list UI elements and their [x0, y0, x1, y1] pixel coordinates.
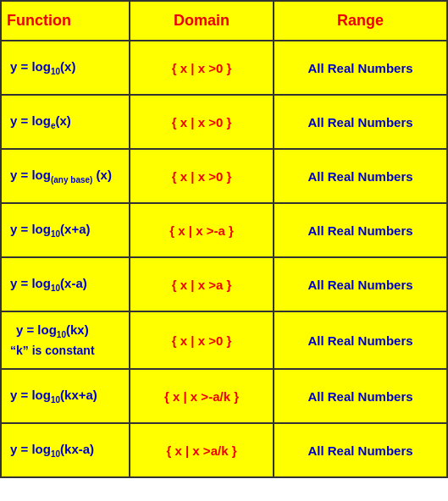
- domain-cell: { x | x >a/k }: [130, 424, 274, 476]
- range-value: All Real Numbers: [307, 389, 412, 404]
- function-cell: y = loge(x): [2, 96, 130, 148]
- domain-value: { x | x >0 }: [172, 169, 232, 184]
- function-value: y = log10(kx-a): [10, 440, 94, 460]
- domain-cell: { x | x >-a }: [130, 204, 274, 256]
- table-row: y = log10(kx-a){ x | x >a/k }All Real Nu…: [2, 424, 446, 476]
- range-value: All Real Numbers: [307, 223, 412, 238]
- table-row: y = log10(kx+a){ x | x >-a/k }All Real N…: [2, 370, 446, 424]
- function-cell: y = log10(x): [2, 41, 130, 94]
- header-domain: Domain: [130, 2, 274, 40]
- function-value: y = log10(kx+a): [10, 386, 97, 406]
- function-value: y = log10(x+a): [10, 220, 91, 240]
- domain-value: { x | x >0 }: [172, 333, 232, 348]
- table-row: y = log10(x+a){ x | x >-a }All Real Numb…: [2, 204, 446, 258]
- function-value: y = log10(kx)“k” is constant: [10, 321, 95, 360]
- domain-value: { x | x >-a/k }: [164, 389, 239, 404]
- range-value: All Real Numbers: [307, 278, 412, 292]
- function-cell: y = log10(x-a): [2, 258, 130, 311]
- range-value: All Real Numbers: [307, 333, 412, 348]
- range-cell: All Real Numbers: [274, 41, 446, 94]
- table-row: y = log10(x){ x | x >0 }All Real Numbers: [2, 41, 446, 96]
- function-header-label: Function: [7, 12, 71, 30]
- domain-cell: { x | x >a }: [130, 258, 274, 311]
- range-cell: All Real Numbers: [274, 96, 446, 148]
- domain-value: { x | x >a }: [172, 278, 232, 292]
- table-row: y = log(any base) (x){ x | x >0 }All Rea…: [2, 150, 446, 204]
- table-row: y = loge(x){ x | x >0 }All Real Numbers: [2, 96, 446, 150]
- function-value: y = log10(x-a): [10, 274, 87, 295]
- range-cell: All Real Numbers: [274, 424, 446, 476]
- table-row: y = log10(kx)“k” is constant{ x | x >0 }…: [2, 312, 446, 370]
- domain-value: { x | x >0 }: [172, 115, 232, 129]
- table-row: y = log10(x-a){ x | x >a }All Real Numbe…: [2, 258, 446, 312]
- domain-cell: { x | x >-a/k }: [130, 370, 274, 422]
- function-cell: y = log(any base) (x): [2, 150, 130, 202]
- range-cell: All Real Numbers: [274, 370, 446, 422]
- main-table: Function Domain Range y = log10(x){ x | …: [0, 0, 448, 478]
- range-value: All Real Numbers: [307, 61, 412, 75]
- domain-cell: { x | x >0 }: [130, 312, 274, 368]
- range-cell: All Real Numbers: [274, 204, 446, 256]
- range-value: All Real Numbers: [307, 169, 412, 184]
- function-value: y = log10(x): [10, 58, 75, 78]
- header-range: Range: [274, 2, 446, 40]
- range-value: All Real Numbers: [307, 115, 412, 129]
- domain-cell: { x | x >0 }: [130, 96, 274, 148]
- domain-value: { x | x >0 }: [172, 61, 232, 75]
- header-function: Function: [2, 2, 130, 40]
- function-cell: y = log10(x+a): [2, 204, 130, 256]
- domain-value: { x | x >-a }: [169, 223, 234, 238]
- header-row: Function Domain Range: [2, 2, 446, 41]
- function-cell: y = log10(kx)“k” is constant: [2, 312, 130, 368]
- domain-cell: { x | x >0 }: [130, 41, 274, 94]
- range-value: All Real Numbers: [307, 443, 412, 458]
- range-cell: All Real Numbers: [274, 312, 446, 368]
- domain-value: { x | x >a/k }: [166, 443, 236, 458]
- domain-header-label: Domain: [174, 12, 230, 30]
- range-cell: All Real Numbers: [274, 258, 446, 311]
- function-value: y = loge(x): [10, 112, 71, 132]
- domain-cell: { x | x >0 }: [130, 150, 274, 202]
- function-cell: y = log10(kx+a): [2, 370, 130, 422]
- range-cell: All Real Numbers: [274, 150, 446, 202]
- range-header-label: Range: [337, 12, 384, 30]
- function-value: y = log(any base) (x): [10, 166, 112, 186]
- function-cell: y = log10(kx-a): [2, 424, 130, 476]
